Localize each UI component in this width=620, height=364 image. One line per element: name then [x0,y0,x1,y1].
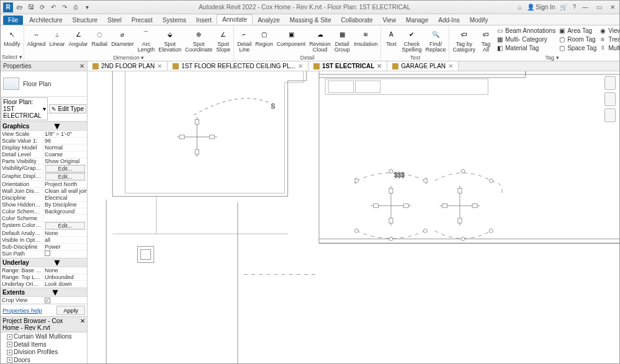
prop-edit-button[interactable]: Edit... [45,222,85,229]
prop-checkbox[interactable]: ✓ [45,298,50,303]
help-icon[interactable]: ? [572,4,576,11]
prop-value[interactable]: 1/8" = 1'-0" [43,131,87,137]
room-tag-button[interactable]: ▢Room Tag [558,35,596,43]
project-browser-tree[interactable]: +Curtain Wall Mullions+Detail Items+Divi… [1,332,87,364]
doc-close-icon[interactable]: ✕ [448,63,453,69]
doc-close-icon[interactable]: ✕ [377,63,382,69]
nav-home-button[interactable] [604,109,616,122]
doc-tab-2[interactable]: 1ST ELECTRICAL✕ [308,61,387,71]
tab-modify[interactable]: Modify [465,16,493,25]
tab-analyze[interactable]: Analyze [253,16,285,25]
prop-value[interactable] [43,215,87,221]
prop-value[interactable]: all [43,237,87,243]
properties-close-icon[interactable]: ✕ [79,63,84,69]
prop-value[interactable]: None [43,267,87,273]
dim-aligned-button[interactable]: ↔Aligned [25,26,48,48]
nav-wheel-button[interactable] [604,76,616,90]
tag-big-0-button[interactable]: 🏷Tag by Category [451,26,477,55]
nav-cube-button[interactable] [604,92,616,106]
text-1-button[interactable]: ✔Check Spelling [400,26,423,55]
tab-architecture[interactable]: Architecture [24,16,67,25]
save-icon[interactable]: 🖫 [27,3,35,12]
prop-value[interactable]: Power [43,244,87,250]
home-icon[interactable]: ⌂ [518,4,521,11]
material-tag-button[interactable]: ◧Material Tag [496,43,555,52]
tab-view[interactable]: View [378,16,402,25]
edit-type-button[interactable]: ✎ Edit Type [49,104,86,113]
prop-value[interactable]: Show Original [43,158,87,164]
detail-0-button[interactable]: ⌐Detail Line [235,26,253,55]
prop-value[interactable]: 96 [43,138,87,144]
tree-node[interactable]: +Doors [1,357,87,365]
area-tag-button[interactable]: ▣Area Tag [558,26,596,35]
dim-angular-button[interactable]: ∠Angular [67,26,90,48]
instance-selector[interactable]: Floor Plan: 1ST ELECTRICAL▾ [1,97,48,120]
properties-help-link[interactable]: Properties help [2,307,42,314]
project-browser-close-icon[interactable]: ✕ [80,317,85,331]
dim-spot-button[interactable]: ∠Spot Slope [214,26,232,55]
dim-spot-button[interactable]: ⊕Spot Coordinate [183,26,214,55]
open-icon[interactable]: 🗁 [16,3,24,12]
undo-icon[interactable]: ↶ [49,3,58,12]
prop-value[interactable]: By Discipline [43,202,87,208]
prop-edit-button[interactable]: Edit... [45,173,85,180]
expand-icon[interactable]: + [7,350,12,355]
tab-manage[interactable]: Manage [401,16,433,25]
dim-radial-button[interactable]: ◌Radial [90,26,110,48]
cat-Graphics[interactable]: Graphics⯆ [1,122,87,131]
detail-2-button[interactable]: ▣Component [275,26,308,48]
drawing-canvas[interactable]: S $$$ [88,71,619,364]
doc-close-icon[interactable]: ✕ [157,63,162,69]
dropdown-icon[interactable]: ▾ [83,3,91,12]
doc-tab-1[interactable]: 1ST FLOOR REFLECTED CEILING PL...✕ [168,61,308,71]
prop-checkbox[interactable] [45,251,50,256]
prop-value[interactable]: Look down [43,281,87,287]
prop-value[interactable]: Coarse [43,151,87,158]
dim-spot-button[interactable]: ⬙Spot Elevation [156,26,183,55]
cat-Underlay[interactable]: Underlay⯆ [1,258,87,267]
detail-4-button[interactable]: ▦Detail Group [333,26,352,55]
dim-linear-button[interactable]: ⟂Linear [48,26,67,48]
detail-1-button[interactable]: ▢Region [253,26,275,48]
tab-collaborate[interactable]: Collaborate [336,16,377,25]
tree-node[interactable]: +Division Profiles [1,348,87,357]
prop-value[interactable]: Background [43,208,87,215]
apply-button[interactable]: Apply [56,306,85,315]
prop-value[interactable]: None [43,230,87,236]
detail-5-button[interactable]: ≋Insulation [352,26,380,48]
signin-link[interactable]: 👤 Sign In [527,4,555,11]
expand-icon[interactable]: + [7,357,12,363]
tab-massing[interactable]: Massing & Site [285,16,336,25]
tab-precast[interactable]: Precast [127,16,158,25]
tab-annotate[interactable]: Annotate [217,14,253,25]
dim-arc-button[interactable]: ⌒Arc Length [136,26,157,55]
multi-rebar-button[interactable]: ⦀Multi- Rebar ▾ [599,43,620,52]
doc-close-icon[interactable]: ✕ [298,63,303,69]
tag-big-1-button[interactable]: 🏷Tag All [477,26,495,55]
redo-icon[interactable]: ↷ [60,3,69,12]
doc-tab-0[interactable]: 2ND FLOOR PLAN✕ [88,61,168,71]
tree-node[interactable]: +Curtain Wall Mullions [1,333,87,341]
expand-icon[interactable]: + [7,342,12,347]
prop-value[interactable]: Clean all wall joins [43,188,87,194]
prop-value[interactable]: Electrical [43,195,87,201]
prop-value[interactable]: Unbounded [43,274,87,280]
tab-addins[interactable]: Add-Ins [433,16,464,25]
tread-number-button[interactable]: ≡Tread Number [599,35,620,43]
view-reference-button[interactable]: ◉View Reference [599,26,620,35]
expand-icon[interactable]: + [7,334,12,340]
cart-icon[interactable]: 🛒 [560,4,567,11]
maximize-button[interactable]: ▭ [595,3,603,12]
print-icon[interactable]: ⎙ [71,3,80,12]
text-2-button[interactable]: 🔍Find/ Replace [423,26,447,55]
sync-icon[interactable]: ⟳ [38,3,47,12]
cat-Extents[interactable]: Extents⯆ [1,288,87,297]
prop-value[interactable]: Normal [43,144,87,151]
prop-value[interactable]: Project North [43,181,87,187]
tree-node[interactable]: +Detail Items [1,341,87,349]
doc-tab-3[interactable]: GARAGE PLAN✕ [387,61,459,71]
tab-systems[interactable]: Systems [158,16,191,25]
dim-diameter-button[interactable]: ⌀Diameter [109,26,136,48]
minimize-button[interactable]: — [581,3,590,12]
type-selector-header[interactable]: Floor Plan [1,71,87,97]
